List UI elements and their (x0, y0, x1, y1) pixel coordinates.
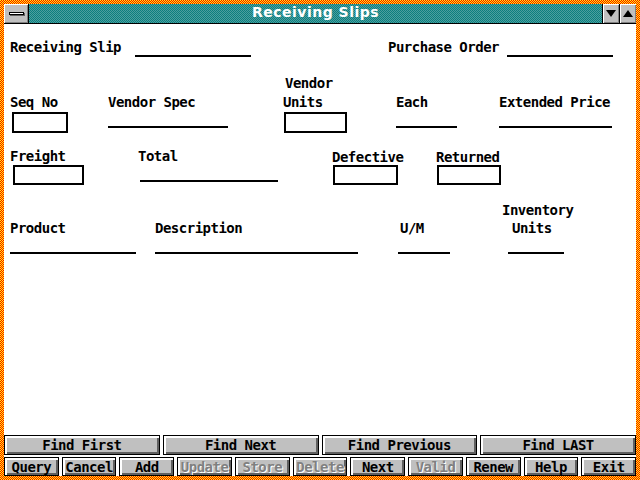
vendor-spec-field[interactable] (108, 112, 228, 128)
titlebar: Receiving Slips (4, 4, 636, 24)
um-field[interactable] (398, 238, 450, 254)
next-button[interactable]: Next (350, 457, 405, 476)
freight-label: Freight (10, 148, 66, 164)
purchase-order-label: Purchase Order (388, 39, 499, 55)
purchase-order-field[interactable] (507, 40, 613, 57)
find-button-bar: Find First Find Next Find Previous Find … (4, 435, 636, 455)
seq-no-label: Seq No (10, 94, 58, 110)
update-button[interactable]: Update (177, 457, 232, 476)
vendor-units-field[interactable] (284, 112, 347, 133)
total-field[interactable] (140, 166, 278, 182)
form-area: Receiving Slip Purchase Order Vendor Seq… (4, 24, 636, 476)
inventory-units-field[interactable] (508, 238, 564, 254)
exit-button[interactable]: Exit (581, 457, 636, 476)
product-field[interactable] (10, 238, 136, 254)
vendor-units-label-line2: Units (283, 94, 323, 110)
help-button[interactable]: Help (524, 457, 579, 476)
store-button[interactable]: Store (235, 457, 290, 476)
minimize-button[interactable] (602, 4, 619, 23)
um-label: U/M (400, 220, 424, 236)
app-window: Receiving Slips Receiving Slip Purchase … (0, 0, 640, 480)
each-field[interactable] (396, 112, 457, 128)
description-field[interactable] (155, 238, 358, 254)
find-previous-button[interactable]: Find Previous (322, 435, 478, 455)
maximize-button[interactable] (619, 4, 636, 23)
find-last-button[interactable]: Find LAST (480, 435, 636, 455)
returned-field[interactable] (437, 165, 501, 185)
extended-price-label: Extended Price (499, 94, 610, 110)
seq-no-field[interactable] (12, 112, 68, 133)
receiving-slip-field[interactable] (135, 40, 251, 57)
cancel-button[interactable]: Cancel (62, 457, 117, 476)
minimize-icon (606, 10, 616, 17)
vendor-spec-label: Vendor Spec (108, 94, 195, 110)
system-menu-icon (9, 12, 24, 15)
add-button[interactable]: Add (119, 457, 174, 476)
defective-field[interactable] (333, 165, 398, 185)
system-menu-button[interactable] (4, 4, 29, 23)
total-label: Total (138, 148, 178, 164)
freight-field[interactable] (13, 165, 84, 185)
each-label: Each (396, 94, 428, 110)
description-label: Description (155, 220, 242, 236)
find-first-button[interactable]: Find First (4, 435, 160, 455)
inventory-units-label-line2: Units (512, 220, 552, 236)
inventory-units-label-line1: Inventory (502, 202, 573, 218)
find-next-button[interactable]: Find Next (163, 435, 319, 455)
valid-button[interactable]: Valid (408, 457, 463, 476)
returned-label: Returned (436, 149, 499, 165)
product-label: Product (10, 220, 66, 236)
delete-button[interactable]: Delete (293, 457, 348, 476)
query-button[interactable]: Query (4, 457, 59, 476)
action-button-bar: Query Cancel Add Update Store Delete Nex… (4, 457, 636, 476)
receiving-slip-label: Receiving Slip (10, 39, 121, 55)
vendor-units-label-line1: Vendor (285, 75, 333, 91)
renew-button[interactable]: Renew (466, 457, 521, 476)
defective-label: Defective (332, 149, 403, 165)
window-title: Receiving Slips (29, 4, 602, 23)
extended-price-field[interactable] (499, 112, 612, 128)
maximize-icon (623, 10, 633, 17)
